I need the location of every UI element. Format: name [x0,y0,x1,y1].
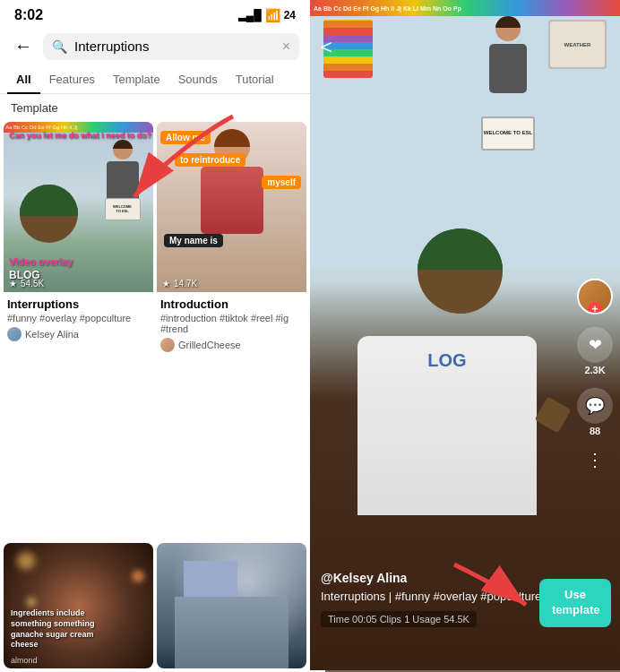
card-introduction[interactable]: Allow me to reintroduce myself My name i… [157,122,306,539]
card1-overlay-text: Can you let me do what I need to do? [9,131,151,141]
card1-stats: ★ 54.5K [9,279,44,289]
tab-tutorial[interactable]: Tutorial [227,65,283,93]
bottom-card-2[interactable] [157,543,306,668]
search-input-wrap[interactable]: 🔍 Interruptions × [43,33,299,60]
card2-info: Introduction #introduction #tiktok #reel… [157,292,306,358]
video-author: @Kelsey Alina [321,571,566,585]
stats-icon: ★ [9,279,17,289]
more-button[interactable]: ⋮ [586,449,604,470]
card2-title: Introduction [160,297,303,311]
battery-level: 24 [284,9,296,22]
teacher-figure-right: WELCOME TO ESL [477,16,539,151]
right-icons: + ❤ 2.3K 💬 88 ⋮ [577,279,613,470]
bottom-cards: Ingredients includesomething somethingga… [0,539,310,672]
intro-person-figure [201,129,263,234]
back-button[interactable]: ← [11,32,36,60]
status-time: 8:02 [14,7,43,23]
right-back-button[interactable]: < [321,36,332,59]
alphabet-banner-right: Aa Bb Cc Dd Ee Ff Gg Hh Ii Jj Kk Ll Mm N… [310,0,620,16]
search-bar: ← 🔍 Interruptions × [0,27,310,65]
creator-avatar-btn[interactable]: + [577,279,613,314]
weather-board: WEATHER [548,20,607,69]
left-panel: 8:02 ▂▄█ 📶 24 ← 🔍 Interruptions × All Fe… [0,0,310,672]
bc1-text: Ingredients includesomething somethingga… [11,608,95,650]
search-icon: 🔍 [52,39,67,54]
use-template-button[interactable]: Use template [539,579,611,627]
follow-plus-icon: + [588,302,602,314]
shirt-area: LOG [357,336,537,515]
bottom-card-1[interactable]: Ingredients includesomething somethingga… [4,543,153,668]
intro-bubble3: myself [262,176,301,189]
welcome-sign: WELCOME TO ESL [481,116,535,151]
wifi-icon: 📶 [265,8,280,22]
card1-tags: #funny #overlay #popculture [7,313,150,323]
signal-icon: ▂▄█ [238,9,262,22]
card2-tags: #introduction #tiktok #reel #ig #trend [160,313,303,334]
card2-stats: ★ 14.7K [162,279,197,289]
video-meta: Time 00:05 Clips 1 Usage 54.5K [321,611,477,627]
intro-bubble4: My name is [164,234,223,247]
tabs-bar: All Features Template Sounds Tutorial [0,65,310,94]
card2-author: GrilledCheese [160,338,303,352]
like-count: 2.3K [584,365,605,375]
card1-info: Interruptions #funny #overlay #popcultur… [4,292,153,347]
building-silhouette [175,597,288,668]
building-top [184,561,237,597]
card1-title: Interruptions [7,297,150,311]
search-input[interactable]: Interruptions [74,39,275,54]
comment-count: 88 [590,426,600,436]
tab-sounds[interactable]: Sounds [169,65,227,93]
author-avatar-2 [160,338,175,352]
section-label: Template [0,94,310,122]
video-info: @Kelsey Alina Interruptions | #funny #ov… [321,571,566,627]
guy-head-area [406,228,513,336]
heart-icon: ❤ [577,327,613,363]
like-button[interactable]: ❤ 2.3K [577,327,613,375]
tab-template[interactable]: Template [104,65,169,93]
card1-bottom-text: Video overlay [9,256,73,267]
bc1-label: almond [11,656,38,665]
intro-bubble2: to reintroduce [175,153,245,167]
tab-all[interactable]: All [7,65,40,93]
video-description: Interruptions | #funny #overlay #popcult… [321,589,566,605]
comment-icon: 💬 [577,388,613,424]
creator-avatar: + [577,279,613,314]
stats-icon2: ★ [162,279,170,289]
status-icons: ▂▄█ 📶 24 [238,8,296,22]
right-panel: Aa Bb Cc Dd Ee Ff Gg Hh Ii Jj Kk Ll Mm N… [310,0,620,672]
intro-bubble1: Allow me [160,131,211,144]
template-grid: Aa Bb Cc Dd Ee Ff Gg Hh Ii Jj WELCOMETO … [0,122,310,539]
status-bar: 8:02 ▂▄█ 📶 24 [0,0,310,27]
card1-author: Kelsey Alina [7,327,150,341]
author-avatar-1 [7,327,22,341]
shirt-logo: LOG [357,336,537,371]
comment-button[interactable]: 💬 88 [577,388,613,436]
card-interruptions[interactable]: Aa Bb Cc Dd Ee Ff Gg Hh Ii Jj WELCOMETO … [4,122,153,539]
tab-features[interactable]: Features [40,65,104,93]
dots-icon: ⋮ [586,449,604,470]
clear-button[interactable]: × [282,39,290,55]
teacher-figure: WELCOMETO ESL [102,140,142,220]
